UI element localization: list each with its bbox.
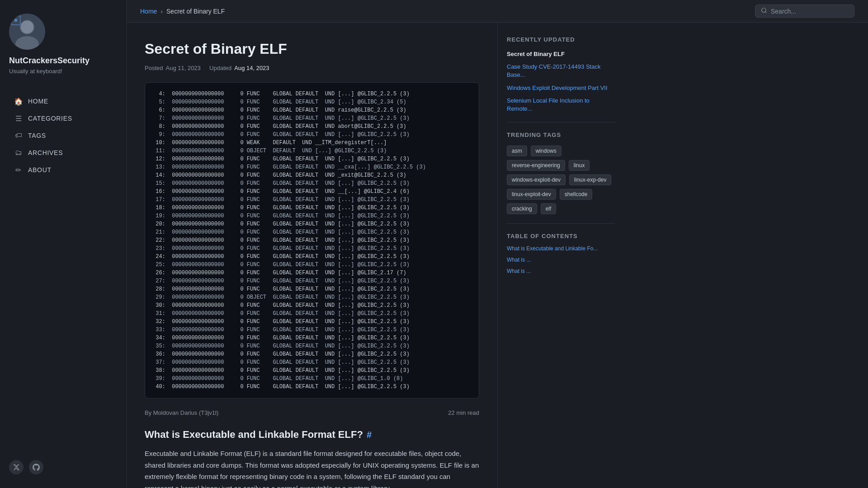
- nav-label-about: ABOUT: [28, 166, 52, 174]
- updated-label: Updated: [209, 65, 231, 71]
- code-line: 34: 0000000000000000 0 FUNC GLOBAL DEFAU…: [152, 334, 472, 342]
- nav-item-categories[interactable]: ☰CATEGORIES: [9, 110, 117, 127]
- code-line: 21: 0000000000000000 0 FUNC GLOBAL DEFAU…: [152, 228, 472, 236]
- nav-label-archives: ARCHIVES: [28, 149, 63, 156]
- twitter-button[interactable]: [9, 460, 24, 474]
- section-heading-elf: What is Executable and Linkable Format E…: [145, 429, 479, 441]
- tag-chip-asm[interactable]: asm: [507, 145, 527, 156]
- breadcrumb-current: Secret of Binary ELF: [166, 8, 225, 15]
- tags-icon: 🏷: [14, 131, 23, 140]
- code-line: 31: 0000000000000000 0 FUNC GLOBAL DEFAU…: [152, 310, 472, 318]
- svg-point-3: [21, 21, 33, 33]
- section-anchor[interactable]: #: [367, 430, 372, 440]
- nav-label-home: HOME: [28, 98, 48, 105]
- toc-title: TABLE OF CONTENTS: [507, 233, 615, 239]
- tag-chip-linux-exp-dev[interactable]: linux-exp-dev: [569, 174, 611, 185]
- code-line: 23: 0000000000000000 0 FUNC GLOBAL DEFAU…: [152, 244, 472, 253]
- code-line: 4: 0000000000000000 0 FUNC GLOBAL DEFAUL…: [152, 90, 472, 98]
- recent-link-item[interactable]: Case Study CVE-2017-14493 Stack Base...: [507, 63, 615, 79]
- code-line: 20: 0000000000000000 0 FUNC GLOBAL DEFAU…: [152, 220, 472, 228]
- code-line: 14: 0000000000000000 0 FUNC GLOBAL DEFAU…: [152, 171, 472, 179]
- code-line: 30: 0000000000000000 0 FUNC GLOBAL DEFAU…: [152, 301, 472, 310]
- divider-2: [507, 223, 615, 224]
- tag-chip-linux-exploit-dev[interactable]: linux-exploit-dev: [507, 189, 556, 200]
- tag-chip-linux[interactable]: linux: [569, 160, 590, 171]
- tags-grid: asmwindowsreverse-engineeringlinuxwindow…: [507, 145, 615, 214]
- code-line: 27: 0000000000000000 0 FUNC GLOBAL DEFAU…: [152, 277, 472, 285]
- code-line: 7: 0000000000000000 0 FUNC GLOBAL DEFAUL…: [152, 114, 472, 122]
- code-line: 28: 0000000000000000 0 FUNC GLOBAL DEFAU…: [152, 285, 472, 293]
- tag-chip-windows[interactable]: windows: [531, 145, 561, 156]
- toc-link-item[interactable]: What is ...: [507, 256, 615, 264]
- article-container: Secret of Binary ELF Posted Aug 11, 2023…: [127, 23, 497, 488]
- search-icon: [761, 7, 767, 15]
- nav-menu: 🏠HOME☰CATEGORIES🏷TAGS🗂ARCHIVES✏ABOUT: [9, 93, 117, 178]
- recent-link-item[interactable]: Selenium Local File Inclusion to Remote.…: [507, 97, 615, 113]
- code-line: 25: 0000000000000000 0 FUNC GLOBAL DEFAU…: [152, 261, 472, 269]
- read-time: 22 min read: [448, 409, 479, 416]
- search-input[interactable]: [771, 8, 849, 15]
- sidebar: NutCrackersSecurity Usually at keyboard!…: [0, 0, 127, 488]
- social-links: [9, 451, 117, 474]
- code-line: 35: 0000000000000000 0 FUNC GLOBAL DEFAU…: [152, 342, 472, 350]
- updated-date: Aug 14, 2023: [234, 65, 269, 71]
- svg-line-7: [765, 12, 767, 13]
- section-heading-text: What is Executable and Linkable Format E…: [145, 429, 363, 441]
- tag-chip-reverse-engineering[interactable]: reverse-engineering: [507, 160, 565, 171]
- home-icon: 🏠: [14, 97, 23, 105]
- code-line: 36: 0000000000000000 0 FUNC GLOBAL DEFAU…: [152, 350, 472, 358]
- nav-item-home[interactable]: 🏠HOME: [9, 93, 117, 110]
- code-line: 12: 0000000000000000 0 FUNC GLOBAL DEFAU…: [152, 155, 472, 163]
- code-line: 32: 0000000000000000 0 FUNC GLOBAL DEFAU…: [152, 318, 472, 326]
- tag-chip-cracking[interactable]: cracking: [507, 203, 537, 214]
- avatar: [9, 14, 45, 50]
- archives-icon: 🗂: [14, 149, 23, 157]
- nav-item-about[interactable]: ✏ABOUT: [9, 161, 117, 178]
- code-block: 4: 0000000000000000 0 FUNC GLOBAL DEFAUL…: [145, 82, 479, 399]
- code-line: 13: 0000000000000000 0 FUNC GLOBAL DEFAU…: [152, 163, 472, 171]
- code-line: 6: 0000000000000000 0 FUNC GLOBAL DEFAUL…: [152, 106, 472, 114]
- tag-chip-windows-exploit-dev[interactable]: windows-exploit-dev: [507, 174, 566, 185]
- right-sidebar: Recently Updated Secret of Binary ELFCas…: [497, 23, 624, 488]
- tag-chip-elf[interactable]: elf: [541, 203, 557, 214]
- breadcrumb-home[interactable]: Home: [140, 8, 157, 15]
- code-line: 22: 0000000000000000 0 FUNC GLOBAL DEFAU…: [152, 236, 472, 244]
- code-line: 16: 0000000000000000 0 FUNC GLOBAL DEFAU…: [152, 188, 472, 196]
- author-read-meta: By Moldovan Darius (T3jv1l) 22 min read: [145, 409, 479, 416]
- recent-links: Secret of Binary ELFCase Study CVE-2017-…: [507, 50, 615, 113]
- profile-section: NutCrackersSecurity Usually at keyboard!: [9, 14, 117, 75]
- toc-link-item[interactable]: What is ...: [507, 267, 615, 275]
- article-meta: Posted Aug 11, 2023 Updated Aug 14, 2023: [145, 65, 479, 71]
- nav-label-tags: TAGS: [28, 132, 46, 139]
- about-icon: ✏: [14, 166, 23, 174]
- trending-tags-title: Trending Tags: [507, 131, 615, 138]
- github-button[interactable]: [29, 460, 43, 474]
- avatar-image: [9, 14, 45, 50]
- code-line: 17: 0000000000000000 0 FUNC GLOBAL DEFAU…: [152, 196, 472, 204]
- recently-updated-title: Recently Updated: [507, 36, 615, 43]
- code-line: 29: 0000000000000000 0 OBJECT GLOBAL DEF…: [152, 293, 472, 301]
- toc-link-item[interactable]: What is Executable and Linkable Fo...: [507, 245, 615, 253]
- svg-point-6: [762, 8, 766, 12]
- topbar: Home › Secret of Binary ELF: [127, 0, 868, 23]
- code-line: 11: 0000000000000000 0 OBJECT DEFAULT UN…: [152, 147, 472, 155]
- nav-item-tags[interactable]: 🏷TAGS: [9, 127, 117, 144]
- posted-date: Aug 11, 2023: [165, 65, 200, 71]
- code-line: 15: 0000000000000000 0 FUNC GLOBAL DEFAU…: [152, 179, 472, 188]
- posted-label: Posted: [145, 65, 163, 71]
- code-line: 38: 0000000000000000 0 FUNC GLOBAL DEFAU…: [152, 366, 472, 375]
- article-para-1: Executable and Linkable Format (ELF) is …: [145, 448, 479, 488]
- code-line: 8: 0000000000000000 0 FUNC GLOBAL DEFAUL…: [152, 122, 472, 131]
- recent-link-item[interactable]: Windows Exploit Development Part VII: [507, 84, 615, 92]
- main-content: Secret of Binary ELF Posted Aug 11, 2023…: [127, 23, 868, 488]
- nav-item-archives[interactable]: 🗂ARCHIVES: [9, 144, 117, 161]
- categories-icon: ☰: [14, 114, 23, 122]
- code-line: 5: 0000000000000000 0 FUNC GLOBAL DEFAUL…: [152, 98, 472, 106]
- divider-1: [507, 122, 615, 122]
- code-line: 33: 0000000000000000 0 FUNC GLOBAL DEFAU…: [152, 326, 472, 334]
- code-line: 40: 0000000000000000 0 FUNC GLOBAL DEFAU…: [152, 383, 472, 391]
- search-container: [755, 5, 854, 18]
- site-tagline: Usually at keyboard!: [9, 68, 62, 75]
- recent-link-item[interactable]: Secret of Binary ELF: [507, 50, 615, 58]
- tag-chip-shellcode[interactable]: shellcode: [560, 189, 593, 200]
